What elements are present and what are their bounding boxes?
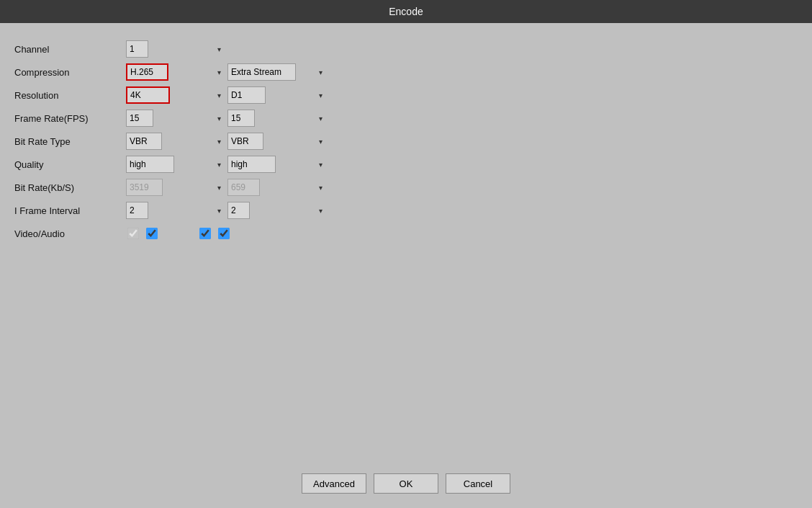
bit-rate-extra-wrapper: 659 xyxy=(227,179,325,196)
quality-extra-select[interactable]: highmediumlow xyxy=(227,156,276,173)
bit-rate-controls: 3519 659 xyxy=(126,176,396,199)
compression-label: Compression xyxy=(14,61,126,84)
frame-rate-controls: 152530 152530 xyxy=(126,107,396,130)
bit-rate-extra-select: 659 xyxy=(227,179,260,196)
bit-rate-main-select: 3519 xyxy=(126,179,163,196)
video-audio-cb3[interactable] xyxy=(199,228,211,239)
frame-rate-main-select[interactable]: 152530 xyxy=(126,110,153,127)
compression-extra-select[interactable]: Extra StreamMain Stream xyxy=(227,63,296,81)
video-audio-cb4-wrapper xyxy=(217,226,231,241)
frame-rate-label: Frame Rate(FPS) xyxy=(14,107,126,130)
bit-rate-type-main-select[interactable]: VBRCBR xyxy=(126,133,162,150)
resolution-main-select[interactable]: 4K1080P720PD1 xyxy=(126,86,170,104)
quality-main-wrapper: highmediumlow xyxy=(126,156,223,173)
bit-rate-type-extra-wrapper: VBRCBR xyxy=(227,133,325,150)
channel-label: Channel xyxy=(14,37,126,61)
ok-button[interactable]: OK xyxy=(374,473,438,494)
channel-main-select[interactable]: 1234 xyxy=(126,40,148,58)
video-audio-cb1-wrapper xyxy=(126,226,140,241)
frame-rate-main-wrapper: 152530 xyxy=(126,110,223,127)
resolution-main-wrapper: 4K1080P720PD1 xyxy=(126,86,223,104)
i-frame-extra-wrapper: 248 xyxy=(227,202,325,219)
quality-main-select[interactable]: highmediumlow xyxy=(126,156,174,173)
channel-main-wrapper: 1234 xyxy=(126,40,223,58)
frame-rate-extra-wrapper: 152530 xyxy=(227,110,325,127)
frame-rate-extra-select[interactable]: 152530 xyxy=(227,110,255,127)
video-audio-cb2-wrapper xyxy=(145,226,159,241)
i-frame-extra-select[interactable]: 248 xyxy=(227,202,250,219)
cancel-button[interactable]: Cancel xyxy=(446,473,510,494)
dialog-body: Channel 1234 Compression H.265H.264 Extr… xyxy=(0,23,812,508)
i-frame-controls: 248 248 xyxy=(126,199,396,222)
video-audio-cb2[interactable] xyxy=(146,228,158,239)
bit-rate-type-extra-select[interactable]: VBRCBR xyxy=(227,133,263,150)
bit-rate-type-controls: VBRCBR VBRCBR xyxy=(126,130,396,153)
resolution-label: Resolution xyxy=(14,84,126,107)
compression-controls: H.265H.264 Extra StreamMain Stream xyxy=(126,61,396,84)
bit-rate-label: Bit Rate(Kb/S) xyxy=(14,176,126,199)
resolution-controls: 4K1080P720PD1 D1CIFQCIF xyxy=(126,84,396,107)
quality-label: Quality xyxy=(14,153,126,176)
video-audio-controls xyxy=(126,222,396,245)
compression-main-select[interactable]: H.265H.264 xyxy=(126,63,168,81)
bit-rate-main-wrapper: 3519 xyxy=(126,179,223,196)
form-table: Channel 1234 Compression H.265H.264 Extr… xyxy=(14,37,396,245)
i-frame-label: I Frame Interval xyxy=(14,199,126,222)
compression-extra-wrapper: Extra StreamMain Stream xyxy=(227,63,325,81)
compression-main-wrapper: H.265H.264 xyxy=(126,63,223,81)
video-audio-cb3-wrapper xyxy=(198,226,212,241)
advanced-button[interactable]: Advanced xyxy=(302,473,366,494)
i-frame-main-wrapper: 248 xyxy=(126,202,223,219)
resolution-extra-select[interactable]: D1CIFQCIF xyxy=(227,86,266,104)
quality-extra-wrapper: highmediumlow xyxy=(227,156,325,173)
resolution-extra-wrapper: D1CIFQCIF xyxy=(227,86,325,104)
i-frame-main-select[interactable]: 248 xyxy=(126,202,148,219)
bit-rate-type-label: Bit Rate Type xyxy=(14,130,126,153)
quality-controls: highmediumlow highmediumlow xyxy=(126,153,396,176)
bottom-buttons: Advanced OK Cancel xyxy=(302,473,510,494)
video-audio-cb1[interactable] xyxy=(127,228,139,239)
video-audio-label: Video/Audio xyxy=(14,222,126,245)
channel-controls: 1234 xyxy=(126,37,396,61)
title-bar: Encode xyxy=(0,0,812,23)
bit-rate-type-main-wrapper: VBRCBR xyxy=(126,133,223,150)
video-audio-cb4[interactable] xyxy=(218,228,230,239)
dialog-title: Encode xyxy=(389,6,423,17)
